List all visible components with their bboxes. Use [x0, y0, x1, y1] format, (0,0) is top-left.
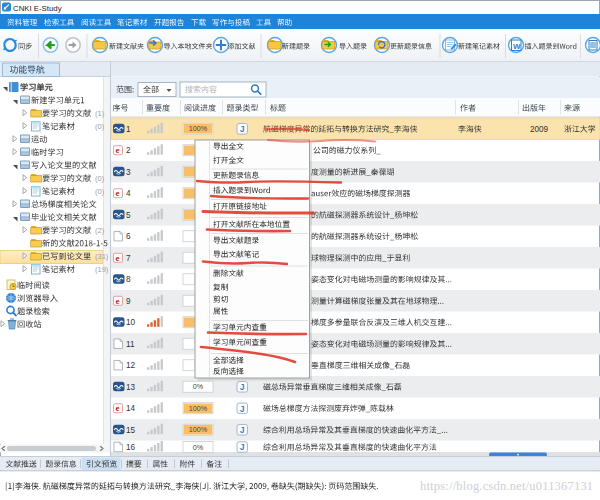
svg-text:10: 10 — [126, 318, 136, 327]
svg-text:J: J — [240, 425, 245, 435]
svg-text:8: 8 — [126, 275, 131, 284]
svg-text:(31): (31) — [95, 252, 109, 261]
svg-text:(1): (1) — [95, 109, 105, 118]
svg-text:0%: 0% — [193, 382, 204, 391]
svg-text:e: e — [116, 145, 120, 155]
svg-text:4: 4 — [126, 189, 131, 198]
svg-text:(0): (0) — [95, 122, 105, 131]
svg-text:https://blog.csdn.net/u0113671: https://blog.csdn.net/u011367131 — [420, 479, 593, 493]
svg-text:5: 5 — [126, 211, 131, 220]
svg-text:14: 14 — [126, 404, 136, 413]
svg-text:J: J — [240, 382, 245, 392]
svg-text:100%: 100% — [189, 425, 208, 434]
svg-text:e: e — [116, 296, 120, 306]
svg-text:15: 15 — [126, 426, 136, 435]
svg-text:6: 6 — [126, 232, 131, 241]
svg-text:CNKI E-Study: CNKI E-Study — [13, 4, 62, 13]
svg-text:3: 3 — [126, 168, 131, 177]
svg-text:11: 11 — [126, 340, 135, 349]
svg-text:(2): (2) — [95, 226, 105, 235]
svg-text:J: J — [240, 124, 245, 134]
svg-text:e: e — [116, 403, 120, 413]
svg-text:100%: 100% — [189, 404, 208, 413]
svg-text:e: e — [116, 253, 120, 263]
svg-text:W: W — [513, 42, 521, 51]
svg-text:(0): (0) — [95, 174, 105, 183]
svg-text:(0): (0) — [95, 187, 105, 196]
svg-text:2009: 2009 — [530, 125, 549, 134]
svg-text:9: 9 — [126, 297, 131, 306]
svg-text:7: 7 — [126, 254, 131, 263]
svg-text:e: e — [116, 188, 120, 198]
svg-text:1: 1 — [126, 125, 131, 134]
svg-text:2: 2 — [126, 146, 131, 155]
svg-text:100%: 100% — [189, 124, 208, 133]
svg-text:(19): (19) — [95, 265, 109, 274]
svg-text:16: 16 — [126, 443, 136, 452]
svg-text:J: J — [240, 442, 245, 452]
svg-text:0%: 0% — [193, 443, 204, 452]
svg-text:12: 12 — [126, 361, 136, 370]
svg-text:J: J — [240, 404, 245, 414]
svg-text:13: 13 — [126, 383, 136, 392]
